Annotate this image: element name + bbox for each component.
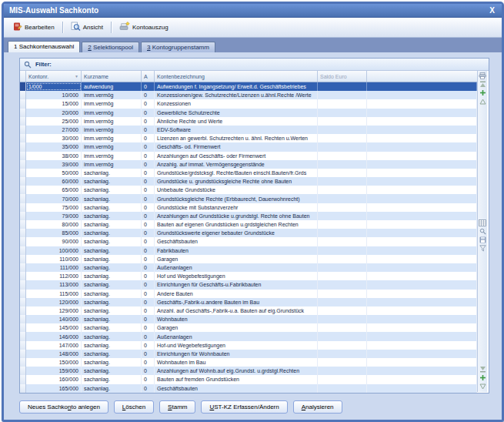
table-row[interactable]: 147/000sachanlag.0Hof-und Wegebefestigun… xyxy=(20,341,477,350)
tab-selektionspool[interactable]: 2 Selektionspool xyxy=(82,42,139,52)
table-row[interactable]: 146/000sachanlag.0Außenanlagen xyxy=(20,332,477,340)
table-row[interactable]: 35/000imm.vermög0Geschäfts- od. Firmenwe… xyxy=(20,142,477,151)
table-row[interactable]: 160/000sachanlag.0Bauten auf fremden Gru… xyxy=(20,375,477,383)
cell-kurz: sachanlag. xyxy=(82,375,142,383)
save-icon[interactable] xyxy=(479,236,487,244)
ansicht-button[interactable]: Ansicht xyxy=(66,19,108,35)
cell-saldo xyxy=(318,306,367,315)
cell-a: 0 xyxy=(142,109,155,117)
table-row[interactable]: 90/000sachanlag.0Geschäftsbauten xyxy=(20,237,477,246)
cell-a: 0 xyxy=(142,358,155,367)
table-row[interactable]: 165/000sachanlag.0Geschäftsbauten xyxy=(20,384,477,393)
table-row[interactable]: 50/000sachanlag.0Grundstücke/grdstcksgl.… xyxy=(20,169,477,177)
scroll-up-icon[interactable] xyxy=(479,97,487,106)
tab-strip: 1 Sachkontenauswahl2 Selektionspool3 Kon… xyxy=(4,38,502,52)
table-row[interactable]: 27/000imm.vermög0EDV-Software xyxy=(20,126,477,134)
scroll-down-icon[interactable] xyxy=(479,382,487,390)
kontoauszug-button[interactable]: Kontoauszug xyxy=(115,19,173,35)
cell-sel xyxy=(20,212,26,220)
table-row[interactable]: 39/000imm.vermög0Anzahlg. auf immat. Ver… xyxy=(20,160,477,169)
neues-sachkonto-anlegen-button[interactable]: Neues Sachkonto anlegen xyxy=(19,400,108,414)
cell-kurz: sachanlag. xyxy=(82,212,142,220)
cell-bez: Außenanlagen xyxy=(155,263,318,272)
table-row[interactable]: 20/000imm.vermög0Gewerbliche Schutzrecht… xyxy=(20,109,477,117)
filter-row[interactable]: Filter: xyxy=(20,59,489,71)
table-row[interactable]: 70/000sachanlag.0Grundstücksgleiche Rech… xyxy=(20,194,477,203)
table-row[interactable]: 145/000sachanlag.0Garagen xyxy=(20,323,477,332)
table-row[interactable]: 115/000sachanlag.0Andere Bauten xyxy=(20,290,477,298)
column-header-a[interactable]: A xyxy=(142,71,155,82)
grid-icon[interactable] xyxy=(479,219,487,227)
table-row[interactable]: 30/000imm.vermög0Lizenzen an gewerbl. Sc… xyxy=(20,134,477,142)
table-row[interactable]: 1/000aufwendung0Aufwendungen f. Ingangse… xyxy=(20,82,477,91)
filter-funnel-icon[interactable] xyxy=(479,244,487,253)
scroll-bottom-icon[interactable] xyxy=(479,365,487,373)
cell-a: 0 xyxy=(142,263,155,272)
table-row[interactable]: 10/000imm.vermög0Konzessionen/gew. Schut… xyxy=(20,91,477,99)
cell-bez: Anzahl. auf Geschäfts-,Fabrik-u.a. Baute… xyxy=(155,306,318,315)
edit-icon xyxy=(12,22,22,33)
table-row[interactable]: 113/000sachanlag.0Einrichtungen für Gesc… xyxy=(20,280,477,289)
column-header-saldo-euro[interactable]: Saldo Euro xyxy=(318,71,367,82)
table-row[interactable]: 79/000sachanlag.0Anzahlungen auf Grundst… xyxy=(20,212,477,220)
cell-kurz: imm.vermög xyxy=(82,117,142,126)
table-row[interactable]: 148/000sachanlag.0Einrichtungen für Wohn… xyxy=(20,350,477,358)
cell-a: 0 xyxy=(142,306,155,315)
cell-bez: Grundstücke mit Substanzverzehr xyxy=(155,203,318,212)
cell-rest xyxy=(367,332,477,340)
cell-kurz: sachanlag. xyxy=(82,306,142,315)
table-row[interactable]: 80/000sachanlag.0Bauten auf eigenen Grun… xyxy=(20,220,477,229)
sort-desc-icon xyxy=(75,75,78,79)
table-row[interactable]: 110/000sachanlag.0Garagen xyxy=(20,255,477,263)
add-icon[interactable] xyxy=(479,89,487,97)
add-icon[interactable] xyxy=(479,373,487,382)
table-row[interactable]: 140/000sachanlag.0Wohnbauten xyxy=(20,315,477,323)
cell-saldo xyxy=(318,358,367,367)
table-row[interactable]: 100/000sachanlag.0Fabrikbauten xyxy=(20,246,477,255)
cell-nr: 159/000 xyxy=(26,367,82,375)
table-row[interactable]: 159/000sachanlag.0Anzahlungen auf Wohnb.… xyxy=(20,367,477,375)
scroll-top-icon[interactable] xyxy=(479,80,487,89)
cell-rest xyxy=(367,212,477,220)
table-row[interactable]: 75/000sachanlag.0Grundstücke mit Substan… xyxy=(20,203,477,212)
table-row[interactable]: 120/000sachanlag.0Geschäfts-,Fabrik-u.an… xyxy=(20,298,477,306)
cell-a: 0 xyxy=(142,350,155,358)
cell-kurz: sachanlag. xyxy=(82,255,142,263)
printer-icon[interactable] xyxy=(479,72,487,80)
table-row[interactable]: 60/000sachanlag.0Grundstücke u. grundstü… xyxy=(20,177,477,186)
column-header-kurzname[interactable]: Kurzname xyxy=(82,71,142,82)
analysieren-button[interactable]: Analysieren xyxy=(293,400,342,414)
table-row[interactable]: 129/000sachanlag.0Anzahl. auf Geschäfts-… xyxy=(20,306,477,315)
table-row[interactable]: 150/000sachanlag.0Wohnbauten im Bau xyxy=(20,358,477,367)
cell-sel xyxy=(20,203,26,212)
table-row[interactable]: 112/000sachanlag.0Hof und Wegebefestigun… xyxy=(20,272,477,280)
cell-rest xyxy=(367,384,477,393)
column-header-empty[interactable] xyxy=(367,71,477,82)
grid-columns: Kontonr. Kurzname A Kontenbezeichnung Sa… xyxy=(20,71,477,393)
table-row[interactable]: 38/000imm.vermög0Anzahlungen auf Geschäf… xyxy=(20,152,477,160)
cell-kurz: sachanlag. xyxy=(82,263,142,272)
close-button[interactable]: X xyxy=(488,6,496,15)
ust-kz-erfassen-aendern-button[interactable]: UST-KZ Erfassen/Ändern xyxy=(201,400,287,414)
column-header-kontonr[interactable]: Kontonr. xyxy=(26,71,82,82)
column-header-kontenbezeichnung[interactable]: Kontenbezeichnung xyxy=(155,71,318,82)
cell-nr: 90/000 xyxy=(26,237,82,246)
cell-bez: Konzessionen xyxy=(155,99,318,108)
tab-sachkontenauswahl[interactable]: 1 Sachkontenauswahl xyxy=(8,41,80,52)
table-row[interactable]: 15/000imm.vermög0Konzessionen xyxy=(20,99,477,108)
cell-rest xyxy=(367,350,477,358)
stamm-button[interactable]: Stamm xyxy=(159,400,195,414)
table-row[interactable]: 25/000imm.vermög0Ähnliche Rechte und Wer… xyxy=(20,117,477,126)
cell-a: 0 xyxy=(142,134,155,142)
table-row[interactable]: 85/000sachanlag.0Grundstückswerte eigene… xyxy=(20,229,477,237)
cell-nr: 112/000 xyxy=(26,272,82,280)
column-label: A xyxy=(144,74,148,79)
tab-kontogruppenstamm[interactable]: 3 Kontogruppenstamm xyxy=(141,42,215,52)
cell-bez: Hof-und Wegebefestigungen xyxy=(155,341,318,350)
search-icon[interactable] xyxy=(479,227,487,236)
loeschen-button[interactable]: Löschen xyxy=(114,400,154,414)
table-row[interactable]: 111/000sachanlag.0Außenanlagen xyxy=(20,263,477,272)
bearbeiten-button[interactable]: Bearbeiten xyxy=(8,19,59,35)
cell-bez: Geschäftsbauten xyxy=(155,384,318,393)
table-row[interactable]: 65/000sachanlag.0Unbebaute Grundstücke xyxy=(20,186,477,194)
